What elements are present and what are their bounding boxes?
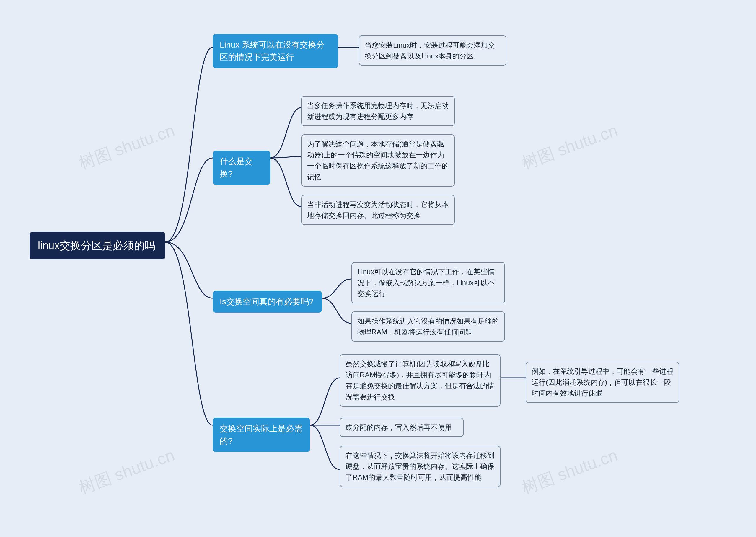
leaf-b2c2[interactable]: 为了解决这个问题，本地存储(通常是硬盘驱动器)上的一个特殊的空间块被放在一边作为… xyxy=(301,134,455,186)
leaf-b3c2-text: 如果操作系统进入它没有的情况如果有足够的物理RAM，机器将运行没有任何问题 xyxy=(357,317,499,336)
branch-b2-text: 什么是交换? xyxy=(220,157,253,178)
branch-b1[interactable]: Linux 系统可以在没有交换分区的情况下完美运行 xyxy=(213,34,338,68)
leaf-b2c2-text: 为了解决这个问题，本地存储(通常是硬盘驱动器)上的一个特殊的空间块被放在一边作为… xyxy=(307,140,449,181)
leaf-b4c2-text: 或分配的内存，写入然后再不使用 xyxy=(346,423,452,431)
watermark: 树图 shutu.cn xyxy=(76,119,178,175)
leaf-b3c1-text: Linux可以在没有它的情况下工作，在某些情况下，像嵌入式解决方案一样，Linu… xyxy=(357,268,495,298)
leaf-b2c1[interactable]: 当多任务操作系统用完物理内存时，无法启动新进程或为现有进程分配更多内存 xyxy=(301,96,455,126)
leaf-b3c1[interactable]: Linux可以在没有它的情况下工作，在某些情况下，像嵌入式解决方案一样，Linu… xyxy=(352,262,505,304)
mindmap-canvas: linux交换分区是必须的吗 Linux 系统可以在没有交换分区的情况下完美运行… xyxy=(0,0,756,537)
leaf-b2c3[interactable]: 当非活动进程再次变为活动状态时，它将从本地存储交换回内存。此过程称为交换 xyxy=(301,195,455,225)
watermark: 树图 shutu.cn xyxy=(519,119,621,175)
leaf-b2c3-text: 当非活动进程再次变为活动状态时，它将从本地存储交换回内存。此过程称为交换 xyxy=(307,200,449,219)
branch-b4-text: 交换空间实际上是必需的? xyxy=(220,424,302,445)
watermark: 树图 shutu.cn xyxy=(76,444,178,499)
branch-b4[interactable]: 交换空间实际上是必需的? xyxy=(213,418,310,452)
leaf-b1c1[interactable]: 当您安装Linux时，安装过程可能会添加交换分区到硬盘以及Linux本身的分区 xyxy=(359,35,506,65)
branch-b1-text: Linux 系统可以在没有交换分区的情况下完美运行 xyxy=(220,40,324,62)
leaf-b4c1-text: 虽然交换减慢了计算机(因为读取和写入硬盘比访问RAM慢得多)，并且拥有尽可能多的… xyxy=(346,360,494,401)
leaf-b4c2[interactable]: 或分配的内存，写入然后再不使用 xyxy=(340,418,464,437)
branch-b3[interactable]: Is交换空间真的有必要吗? xyxy=(213,291,322,312)
leaf-b3c2[interactable]: 如果操作系统进入它没有的情况如果有足够的物理RAM，机器将运行没有任何问题 xyxy=(352,311,505,342)
branch-b2[interactable]: 什么是交换? xyxy=(213,150,270,185)
leaf-b2c1-text: 当多任务操作系统用完物理内存时，无法启动新进程或为现有进程分配更多内存 xyxy=(307,102,449,120)
leaf-b4c1[interactable]: 虽然交换减慢了计算机(因为读取和写入硬盘比访问RAM慢得多)，并且拥有尽可能多的… xyxy=(340,354,501,406)
watermark: 树图 shutu.cn xyxy=(519,444,621,499)
root-node[interactable]: linux交换分区是必须的吗 xyxy=(29,232,165,260)
root-text: linux交换分区是必须的吗 xyxy=(38,239,155,252)
leaf-b4c3-text: 在这些情况下，交换算法将开始将该内存迁移到硬盘，从而释放宝贵的系统内存。这实际上… xyxy=(346,451,494,481)
leaf-b4c1g1-text: 例如，在系统引导过程中，可能会有一些进程运行(因此消耗系统内存)，但可以在很长一… xyxy=(531,367,673,397)
leaf-b4c3[interactable]: 在这些情况下，交换算法将开始将该内存迁移到硬盘，从而释放宝贵的系统内存。这实际上… xyxy=(340,446,501,487)
leaf-b4c1g1[interactable]: 例如，在系统引导过程中，可能会有一些进程运行(因此消耗系统内存)，但可以在很长一… xyxy=(525,362,679,403)
branch-b3-text: Is交换空间真的有必要吗? xyxy=(220,297,313,306)
leaf-b1c1-text: 当您安装Linux时，安装过程可能会添加交换分区到硬盘以及Linux本身的分区 xyxy=(365,41,495,60)
